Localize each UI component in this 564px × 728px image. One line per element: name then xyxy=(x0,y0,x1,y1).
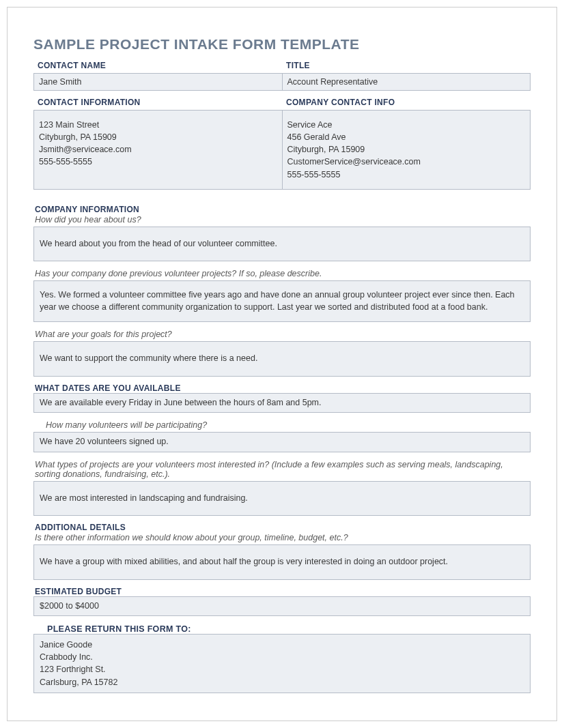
budget-header: ESTIMATED BUDGET xyxy=(33,587,531,596)
return-value: Janice Goode Crabbody Inc. 123 Forthrigh… xyxy=(33,634,531,693)
contact-title-value: Account Representative xyxy=(283,73,531,91)
info-values-row: 123 Main Street Cityburgh, PA 15909 Jsmi… xyxy=(33,110,531,190)
dates-answer: We are available every Friday in June be… xyxy=(33,393,531,413)
volunteers-answer: We have 20 volunteers signed up. xyxy=(33,432,531,452)
other-prompt: Is there other information we should kno… xyxy=(33,532,531,544)
contact-name-label: CONTACT NAME xyxy=(33,59,282,72)
name-labels-row: CONTACT NAME TITLE xyxy=(33,59,531,72)
form-page: SAMPLE PROJECT INTAKE FORM TEMPLATE CONT… xyxy=(7,7,557,721)
volunteers-prompt: How many volunteers will be participatin… xyxy=(33,420,531,432)
name-values-row: Jane Smith Account Representative xyxy=(33,73,531,91)
contact-info-value: 123 Main Street Cityburgh, PA 15909 Jsmi… xyxy=(33,110,283,190)
title-label: TITLE xyxy=(282,59,531,72)
company-info-header: COMPANY INFORMATION xyxy=(33,205,531,214)
goals-answer: We want to support the community where t… xyxy=(33,341,531,377)
contact-info-label: CONTACT INFORMATION xyxy=(33,96,282,108)
company-contact-value: Service Ace 456 Gerald Ave Cityburgh, PA… xyxy=(283,110,531,190)
heard-prompt: How did you hear about us? xyxy=(33,214,531,227)
other-answer: We have a group with mixed abilities, an… xyxy=(33,544,531,580)
heard-answer: We heard about you from the head of our … xyxy=(33,227,531,262)
additional-header: ADDITIONAL DETAILS xyxy=(33,523,531,532)
interests-prompt: What types of projects are your voluntee… xyxy=(33,459,531,481)
company-contact-label: COMPANY CONTACT INFO xyxy=(282,96,531,108)
dates-header: WHAT DATES ARE YOU AVAILABLE xyxy=(33,383,531,393)
contact-name-value: Jane Smith xyxy=(33,73,283,91)
page-title: SAMPLE PROJECT INTAKE FORM TEMPLATE xyxy=(33,36,531,53)
return-header: PLEASE RETURN THIS FORM TO: xyxy=(33,624,531,634)
info-labels-row: CONTACT INFORMATION COMPANY CONTACT INFO xyxy=(33,96,531,108)
goals-prompt: What are your goals for this project? xyxy=(33,329,531,341)
previous-answer: Yes. We formed a volunteer committee fiv… xyxy=(33,280,531,322)
budget-answer: $2000 to $4000 xyxy=(33,596,531,617)
interests-answer: We are most interested in landscaping an… xyxy=(33,481,531,516)
previous-prompt: Has your company done previous volunteer… xyxy=(33,268,531,280)
